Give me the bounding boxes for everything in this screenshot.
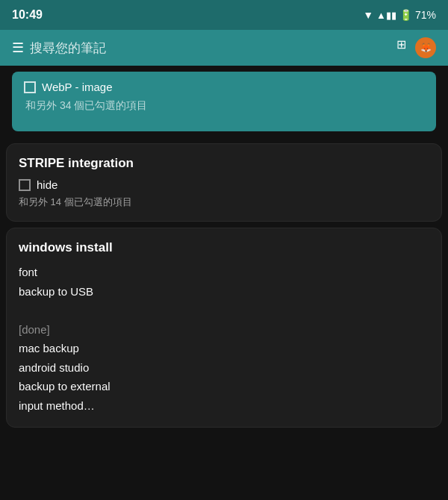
stripe-hide-label: hide <box>37 178 57 191</box>
signal-icon: ▲▮▮ <box>376 10 396 21</box>
checkbox-icon[interactable] <box>24 81 36 93</box>
list-item-android-studio: android studio <box>19 358 429 378</box>
grid-icon[interactable]: ⊞ <box>396 37 406 58</box>
list-item-input-method: input method… <box>19 396 429 416</box>
status-icons: ▼ ▲▮▮ 🔋 71% <box>363 9 436 21</box>
status-bar: 10:49 ▼ ▲▮▮ 🔋 71% <box>0 0 448 30</box>
top-card[interactable]: WebP - image 和另外 34 個已勾選的項目 <box>12 72 436 131</box>
top-card-extra: 和另外 34 個已勾選的項目 <box>24 99 424 113</box>
list-item: font <box>19 263 429 282</box>
list-item-done: [done] <box>19 320 429 340</box>
top-card-item-label: WebP - image <box>42 81 113 93</box>
top-card-item: WebP - image <box>24 81 424 93</box>
list-item-backup-external: backup to external <box>19 377 429 396</box>
search-icon-area: ☰ 搜尋您的筆記 <box>12 40 106 57</box>
search-right-icons: ⊞ 🦊 <box>396 37 436 58</box>
windows-list: font backup to USB [done] mac backup and… <box>19 263 429 415</box>
stripe-hide-row: hide <box>19 178 429 191</box>
search-bar[interactable]: ☰ 搜尋您的筆記 ⊞ 🦊 <box>0 30 448 66</box>
main-content: WebP - image 和另外 34 個已勾選的項目 STRIPE integ… <box>0 66 448 500</box>
wifi-icon: ▼ <box>363 9 373 21</box>
windows-title: windows install <box>19 240 429 255</box>
battery-percent: 71% <box>415 9 436 21</box>
list-item-mac-backup: mac backup <box>19 339 429 358</box>
stripe-extra: 和另外 14 個已勾選的項目 <box>19 196 429 209</box>
hamburger-icon[interactable]: ☰ <box>12 40 24 56</box>
windows-card[interactable]: windows install font backup to USB [done… <box>6 228 442 428</box>
stripe-checkbox-icon[interactable] <box>19 179 31 191</box>
stripe-card[interactable]: STRIPE integration hide 和另外 14 個已勾選的項目 <box>6 143 442 222</box>
stripe-title: STRIPE integration <box>19 156 429 171</box>
avatar-icon[interactable]: 🦊 <box>415 37 436 58</box>
status-time: 10:49 <box>12 8 43 22</box>
battery-icon: 🔋 <box>399 9 412 21</box>
list-item-backup-usb: backup to USB <box>19 282 429 301</box>
search-placeholder: 搜尋您的筆記 <box>30 40 106 57</box>
